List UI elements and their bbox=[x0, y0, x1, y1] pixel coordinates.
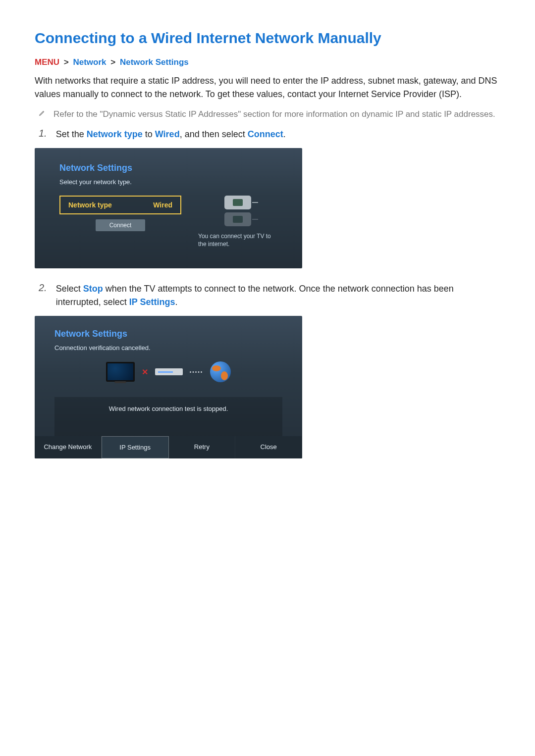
modem-icon bbox=[155, 368, 183, 375]
step-2-mid1: when the TV attempts to connect to the n… bbox=[56, 284, 454, 307]
router-illustration bbox=[198, 196, 277, 226]
network-type-label: Network type bbox=[68, 201, 112, 209]
panel-network-settings-1: Network Settings Select your network typ… bbox=[35, 148, 302, 269]
step-1: 1. Set the Network type to Wired, and th… bbox=[39, 128, 500, 141]
step-2-hl-stop: Stop bbox=[83, 284, 103, 294]
intro-paragraph: With networks that require a static IP a… bbox=[35, 74, 500, 101]
breadcrumb-menu: MENU bbox=[35, 57, 59, 67]
step-2-hl-ip-settings: IP Settings bbox=[129, 297, 175, 307]
step-2-number: 2. bbox=[39, 282, 47, 294]
ip-settings-button[interactable]: IP Settings bbox=[102, 436, 169, 458]
router-icon-faded bbox=[224, 212, 251, 226]
step-1-mid2: , and then select bbox=[180, 129, 248, 139]
step-1-end: . bbox=[283, 129, 286, 139]
note-row: Refer to the "Dynamic versus Static IP A… bbox=[39, 108, 500, 121]
connect-button[interactable]: Connect bbox=[96, 219, 145, 231]
x-icon: ✕ bbox=[142, 367, 148, 377]
step-1-hl-wired: Wired bbox=[155, 129, 180, 139]
panel2-status: Wired network connection test is stopped… bbox=[54, 397, 282, 436]
step-1-pre: Set the bbox=[56, 129, 87, 139]
step-2-end: . bbox=[175, 297, 177, 307]
dots-icon: ••••• bbox=[190, 369, 204, 375]
panel2-title: Network Settings bbox=[54, 329, 282, 339]
step-1-mid1: to bbox=[143, 129, 155, 139]
router-icon bbox=[224, 196, 251, 209]
step-2-text: Select Stop when the TV attempts to conn… bbox=[56, 282, 500, 309]
panel1-subtitle: Select your network type. bbox=[59, 178, 277, 186]
network-type-value: Wired bbox=[153, 201, 172, 209]
panel-network-settings-2: Network Settings Connection verification… bbox=[35, 316, 302, 458]
step-1-hl-connect: Connect bbox=[248, 129, 283, 139]
breadcrumb: MENU > Network > Network Settings bbox=[35, 57, 500, 67]
step-1-hl-network-type: Network type bbox=[87, 129, 143, 139]
connection-graphic: ✕ ••••• bbox=[54, 361, 282, 382]
close-button[interactable]: Close bbox=[235, 436, 302, 458]
panel2-subtitle: Connection verification cancelled. bbox=[54, 344, 282, 352]
breadcrumb-sep-1: > bbox=[64, 57, 69, 67]
panel2-button-bar: Change Network IP Settings Retry Close bbox=[35, 436, 302, 458]
panel1-message: You can connect your TV to the internet. bbox=[198, 232, 277, 249]
globe-icon bbox=[210, 361, 231, 382]
retry-button[interactable]: Retry bbox=[169, 436, 236, 458]
breadcrumb-network-settings: Network Settings bbox=[120, 57, 189, 67]
step-2: 2. Select Stop when the TV attempts to c… bbox=[39, 282, 500, 309]
tv-icon bbox=[106, 362, 135, 382]
step-1-number: 1. bbox=[39, 128, 47, 139]
pencil-icon bbox=[39, 109, 46, 118]
change-network-button[interactable]: Change Network bbox=[35, 436, 102, 458]
step-1-text: Set the Network type to Wired, and then … bbox=[56, 128, 286, 141]
page-title: Connecting to a Wired Internet Network M… bbox=[35, 30, 500, 47]
breadcrumb-sep-2: > bbox=[110, 57, 115, 67]
note-text: Refer to the "Dynamic versus Static IP A… bbox=[54, 108, 495, 121]
step-2-pre: Select bbox=[56, 284, 83, 294]
panel1-title: Network Settings bbox=[59, 163, 277, 173]
breadcrumb-network: Network bbox=[73, 57, 106, 67]
network-type-row[interactable]: Network type Wired bbox=[59, 196, 181, 214]
